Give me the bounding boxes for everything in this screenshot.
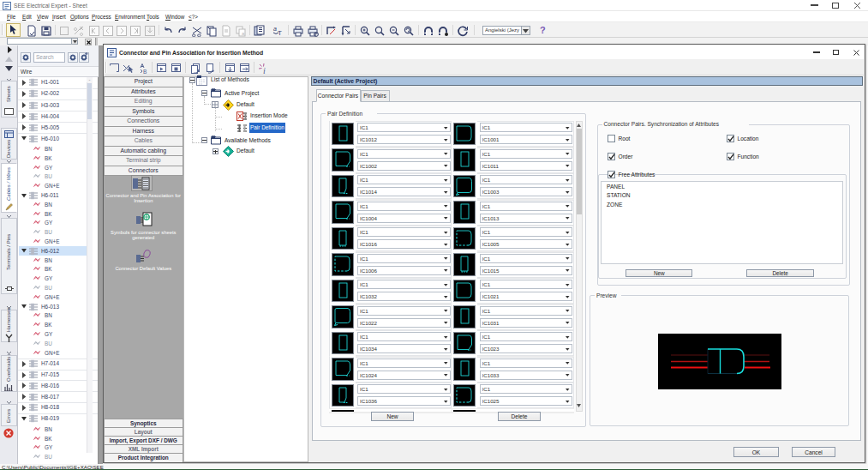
- svg-text:i: i: [263, 65, 266, 74]
- svg-text:a: a: [273, 26, 277, 32]
- svg-text:B: B: [143, 68, 147, 74]
